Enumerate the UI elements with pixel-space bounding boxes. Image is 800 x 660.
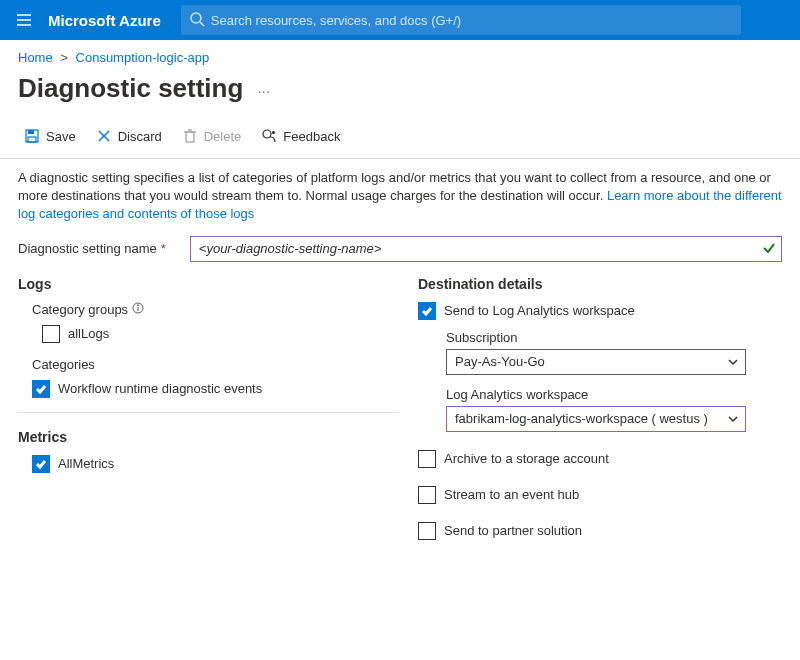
save-button[interactable]: Save	[18, 120, 82, 152]
archive-storage-label: Archive to a storage account	[444, 451, 609, 466]
category-groups-label: Category groups	[32, 302, 398, 317]
info-icon[interactable]	[132, 302, 144, 317]
workflow-events-checkbox[interactable]: Workflow runtime diagnostic events	[32, 380, 398, 398]
delete-label: Delete	[204, 129, 242, 144]
command-bar: Save Discard Delete Feedback	[0, 116, 800, 159]
alllogs-checkbox[interactable]: allLogs	[42, 325, 398, 343]
chevron-down-icon	[727, 356, 739, 368]
breadcrumb-resource[interactable]: Consumption-logic-app	[76, 50, 210, 65]
law-value: fabrikam-log-analytics-workspace ( westu…	[455, 411, 708, 426]
workflow-events-label: Workflow runtime diagnostic events	[58, 381, 262, 396]
checkbox-checked-icon	[32, 380, 50, 398]
divider	[18, 412, 398, 413]
svg-rect-7	[28, 137, 36, 142]
breadcrumb-home[interactable]: Home	[18, 50, 53, 65]
setting-name-label: Diagnostic setting name*	[18, 241, 166, 256]
checkbox-unchecked-icon	[418, 450, 436, 468]
law-select[interactable]: fabrikam-log-analytics-workspace ( westu…	[446, 406, 746, 432]
stream-eventhub-checkbox[interactable]: Stream to an event hub	[418, 486, 782, 504]
alllogs-label: allLogs	[68, 326, 109, 341]
checkbox-unchecked-icon	[418, 486, 436, 504]
archive-storage-checkbox[interactable]: Archive to a storage account	[418, 450, 782, 468]
required-indicator: *	[157, 241, 166, 256]
breadcrumb: Home > Consumption-logic-app	[0, 40, 800, 71]
destination-heading: Destination details	[418, 276, 782, 292]
topbar: Microsoft Azure	[0, 0, 800, 40]
subscription-value: Pay-As-You-Go	[455, 354, 545, 369]
allmetrics-label: AllMetrics	[58, 456, 114, 471]
svg-point-17	[138, 304, 139, 305]
svg-line-4	[200, 22, 204, 26]
stream-eventhub-label: Stream to an event hub	[444, 487, 579, 502]
checkbox-checked-icon	[32, 455, 50, 473]
global-search	[181, 5, 741, 35]
brand-label: Microsoft Azure	[40, 12, 181, 29]
send-law-checkbox[interactable]: Send to Log Analytics workspace	[418, 302, 782, 320]
setting-name-input[interactable]	[190, 236, 782, 262]
checkbox-unchecked-icon	[42, 325, 60, 343]
save-label: Save	[46, 129, 76, 144]
checkbox-checked-icon	[418, 302, 436, 320]
page-title: Diagnostic setting	[18, 73, 243, 104]
subscription-label: Subscription	[446, 330, 782, 345]
description-text: A diagnostic setting specifies a list of…	[0, 159, 800, 236]
metrics-heading: Metrics	[18, 429, 398, 445]
menu-button[interactable]	[8, 4, 40, 36]
allmetrics-checkbox[interactable]: AllMetrics	[32, 455, 398, 473]
search-input[interactable]	[181, 5, 741, 35]
svg-rect-6	[28, 130, 34, 134]
send-partner-label: Send to partner solution	[444, 523, 582, 538]
discard-label: Discard	[118, 129, 162, 144]
search-icon	[189, 11, 205, 27]
breadcrumb-separator: >	[56, 50, 72, 65]
categories-label: Categories	[32, 357, 398, 372]
svg-rect-10	[186, 132, 194, 142]
subscription-select[interactable]: Pay-As-You-Go	[446, 349, 746, 375]
svg-point-3	[191, 13, 201, 23]
discard-button[interactable]: Discard	[90, 120, 168, 152]
feedback-label: Feedback	[283, 129, 340, 144]
checkbox-unchecked-icon	[418, 522, 436, 540]
delete-button: Delete	[176, 120, 248, 152]
send-law-label: Send to Log Analytics workspace	[444, 303, 635, 318]
send-partner-checkbox[interactable]: Send to partner solution	[418, 522, 782, 540]
feedback-button[interactable]: Feedback	[255, 120, 346, 152]
svg-point-13	[263, 130, 271, 138]
svg-point-14	[273, 132, 275, 134]
title-more-button[interactable]: …	[257, 81, 271, 96]
logs-heading: Logs	[18, 276, 398, 292]
law-label: Log Analytics workspace	[446, 387, 782, 402]
valid-check-icon	[762, 241, 776, 255]
chevron-down-icon	[727, 413, 739, 425]
